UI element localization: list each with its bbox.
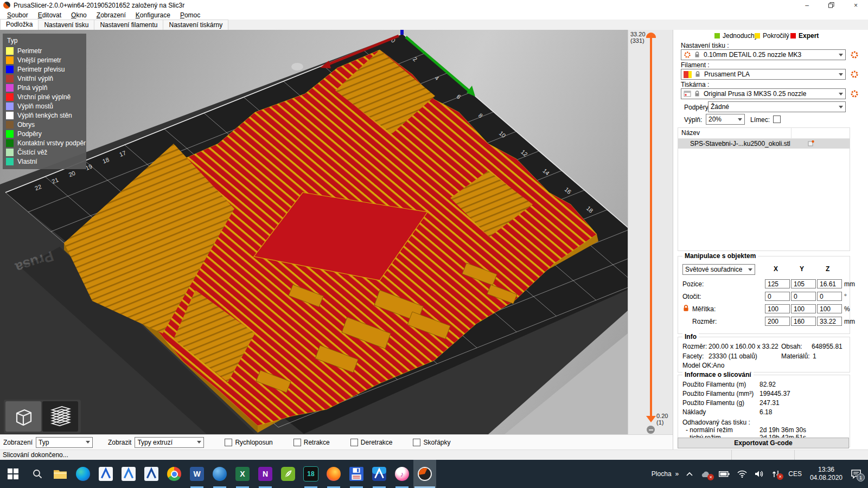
rotate-x-input[interactable] <box>765 292 790 301</box>
firefox-button[interactable] <box>322 460 345 488</box>
toolbar-chevrons[interactable]: » <box>675 470 679 478</box>
infill-combo[interactable]: 20% <box>706 114 745 125</box>
onedrive-tray-icon[interactable]: × <box>700 470 711 478</box>
single-layer-toggle[interactable] <box>647 426 655 434</box>
cad-app-1-button[interactable] <box>94 460 117 488</box>
cad-app-3-button[interactable] <box>140 460 163 488</box>
edge-button[interactable] <box>72 460 94 488</box>
object-row[interactable]: SPS-Stavebni-J-...ku2500_okoli.stl <box>678 139 850 149</box>
chevron-down-icon <box>197 441 201 444</box>
cad-app-2-button[interactable] <box>117 460 140 488</box>
legend-label: Vrchní plné výplně <box>17 93 71 101</box>
export-gcode-button[interactable]: Exportovat G-code <box>678 438 849 448</box>
slider-bottom-handle[interactable] <box>646 416 656 422</box>
travel-checkbox[interactable] <box>225 439 232 446</box>
scale-y-input[interactable] <box>791 304 816 313</box>
menu-konfigurace[interactable]: Konfigurace <box>131 11 175 20</box>
taskbar-clock[interactable]: 13:36 04.08.2020 <box>810 466 843 482</box>
restore-button[interactable] <box>819 0 844 10</box>
archicad-button[interactable] <box>368 460 391 488</box>
mode-simple[interactable]: Jednoduchý <box>714 32 758 40</box>
filament-gear-button[interactable] <box>850 70 859 79</box>
volume-tray-icon[interactable] <box>755 470 764 478</box>
menu-zobrazeni[interactable]: Zobrazení <box>92 11 131 20</box>
tab-nastaveni-tiskarny[interactable]: Nastavení tiskárny <box>163 20 228 30</box>
app-18-button[interactable]: 18 <box>299 460 322 488</box>
prusaslicer-taskbar-button[interactable] <box>413 460 436 488</box>
col-y: Y <box>800 265 804 273</box>
size-z-input[interactable] <box>817 317 842 326</box>
travel-checkbox-item[interactable]: Rychloposun <box>225 439 272 446</box>
unretractions-checkbox[interactable] <box>350 439 358 446</box>
wifi-tray-icon[interactable] <box>737 470 747 478</box>
chrome-button[interactable] <box>163 460 186 488</box>
mode-expert[interactable]: Expert <box>790 32 819 40</box>
status-text: Slicování dokončeno... <box>3 451 68 459</box>
printer-combo[interactable]: Original Prusa i3 MK3S 0.25 nozzle <box>681 88 846 99</box>
leaf-app-button[interactable] <box>277 460 299 488</box>
object-list[interactable]: Název SPS-Stavebni-J-...ku2500_okoli.stl <box>678 127 850 251</box>
size-y-input[interactable] <box>791 317 816 326</box>
show-dropdown[interactable]: Typy extruzí <box>135 437 204 448</box>
scale-x-input[interactable] <box>765 304 790 313</box>
word-button[interactable]: W <box>186 460 208 488</box>
minimize-button[interactable]: – <box>795 0 819 10</box>
lock-icon <box>694 91 700 97</box>
tab-nastaveni-filamentu[interactable]: Nastavení filamentu <box>94 20 163 30</box>
3d-viewport[interactable]: 024681012141618171819202122 Prusa <box>0 30 628 434</box>
scale-lock-icon[interactable] <box>682 305 690 312</box>
menu-okno[interactable]: Okno <box>66 11 92 20</box>
printer-gear-button[interactable] <box>850 89 859 98</box>
print-settings-combo[interactable]: 0.10mm DETAIL 0.25 nozzle MK3 <box>681 49 846 60</box>
excel-button[interactable]: X <box>231 460 254 488</box>
position-y-input[interactable] <box>791 279 816 288</box>
print-settings-gear-button[interactable] <box>850 50 859 59</box>
excel-icon: X <box>235 467 250 481</box>
mail-button[interactable] <box>208 460 231 488</box>
shells-checkbox-item[interactable]: Skořápky <box>413 439 450 446</box>
rotate-y-input[interactable] <box>791 292 816 301</box>
retractions-checkbox[interactable] <box>293 439 301 446</box>
retractions-checkbox-item[interactable]: Retrakce <box>293 439 330 446</box>
3d-view-button[interactable] <box>5 401 41 432</box>
sync-tray-icon[interactable]: × <box>772 470 781 478</box>
floppy-app-button[interactable] <box>345 460 368 488</box>
search-button[interactable] <box>26 460 49 488</box>
shells-checkbox[interactable] <box>413 439 420 446</box>
position-z-input[interactable] <box>817 279 842 288</box>
action-center-button[interactable]: 1 <box>851 469 861 479</box>
brim-checkbox[interactable] <box>773 115 781 123</box>
battery-tray-icon[interactable] <box>719 471 730 477</box>
file-explorer-button[interactable] <box>49 460 72 488</box>
legend-swatch <box>6 149 14 156</box>
unretractions-checkbox-item[interactable]: Deretrakce <box>350 439 393 446</box>
coordinates-combo[interactable]: Světové souřadnice <box>682 264 755 275</box>
layers-view-button[interactable] <box>42 401 78 432</box>
language-indicator[interactable]: CES <box>788 470 802 478</box>
hidden-icons-button[interactable] <box>686 472 693 476</box>
menu-pomoc[interactable]: Pomoc <box>175 11 205 20</box>
desktop-toolbar-label[interactable]: Plocha <box>652 470 672 478</box>
menu-editovat[interactable]: Editovat <box>33 11 66 20</box>
supports-combo[interactable]: Žádné <box>708 101 846 112</box>
view-dropdown[interactable]: Typ <box>36 437 93 448</box>
start-button[interactable] <box>0 460 26 488</box>
object-manipulation-group: Manipulace s objektem Světové souřadnice… <box>678 256 850 334</box>
filament-combo[interactable]: Prusament PLA <box>681 69 846 80</box>
slicing-row-label: Použito Filamentu (mm³) <box>682 390 754 397</box>
onenote-button[interactable]: N <box>254 460 277 488</box>
show-dropdown-label: Zobrazit <box>108 439 131 446</box>
close-button[interactable]: × <box>844 0 868 10</box>
position-x-input[interactable] <box>765 279 790 288</box>
tab-podlozka[interactable]: Podložka <box>0 19 39 30</box>
layer-slider-track[interactable] <box>650 37 652 417</box>
itunes-button[interactable]: ♪ <box>391 460 413 488</box>
size-x-input[interactable] <box>765 317 790 326</box>
menu-soubor[interactable]: Soubor <box>2 11 33 20</box>
scale-z-input[interactable] <box>817 304 842 313</box>
tab-nastaveni-tisku[interactable]: Nastavení tisku <box>38 20 94 30</box>
object-instances-icon[interactable] <box>807 140 814 147</box>
rotate-z-input[interactable] <box>817 292 842 301</box>
object-list-header[interactable]: Název <box>678 128 850 139</box>
mode-advanced[interactable]: Pokročilý <box>755 32 789 40</box>
